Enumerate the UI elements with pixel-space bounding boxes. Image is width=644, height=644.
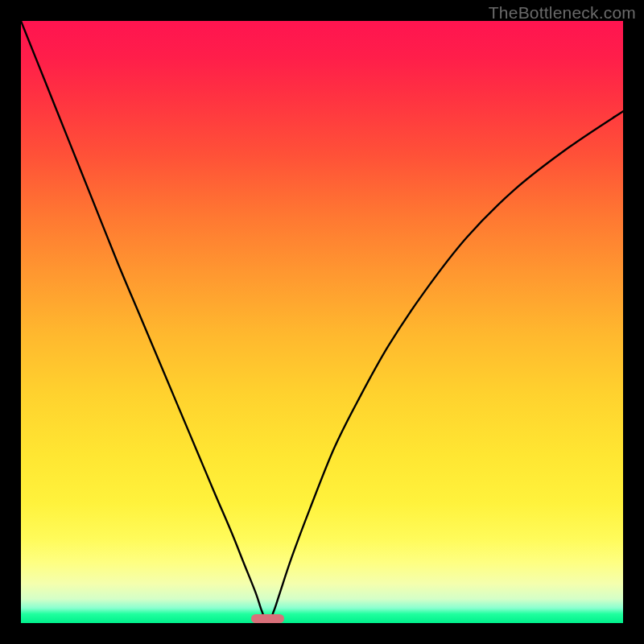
watermark-text: TheBottleneck.com (489, 3, 636, 23)
plot-area (21, 21, 623, 623)
bottleneck-curve (21, 21, 623, 623)
optimal-marker (251, 614, 284, 623)
chart-frame: TheBottleneck.com (0, 0, 644, 644)
